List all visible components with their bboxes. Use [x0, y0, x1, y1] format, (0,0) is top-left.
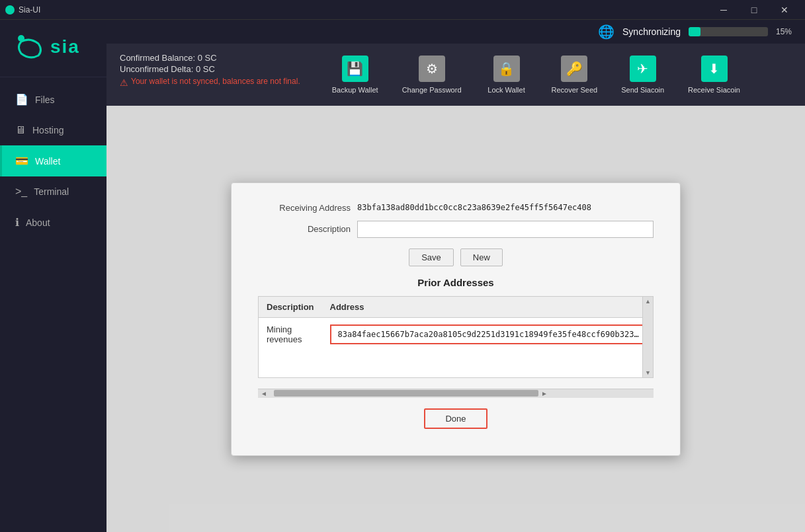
wallet-header: Confirmed Balance: 0 SC Unconfirmed Delt…: [106, 44, 805, 106]
warning-icon: ⚠: [120, 77, 128, 88]
lock-wallet-label: Lock Wallet: [487, 86, 525, 94]
description-input[interactable]: [357, 221, 654, 238]
new-button[interactable]: New: [460, 248, 503, 266]
sync-label: Synchronizing: [622, 26, 681, 37]
table-header-row: Description Address: [259, 297, 654, 318]
empty-row: [259, 351, 654, 377]
send-icon: ✈: [630, 56, 656, 82]
sync-progress-fill: [689, 27, 700, 36]
app-body: sia 📄 Files 🖥 Hosting 💳 Wallet >_ Termin…: [0, 20, 805, 532]
wallet-warning-text: Your wallet is not synced, balances are …: [131, 77, 300, 86]
sidebar-item-hosting[interactable]: 🖥 Hosting: [0, 115, 106, 145]
wallet-warning: ⚠ Your wallet is not synced, balances ar…: [120, 77, 300, 88]
app-icon: [5, 5, 15, 15]
backup-wallet-button[interactable]: 💾 Backup Wallet: [327, 50, 384, 99]
prior-addresses-heading: Prior Addresses: [258, 277, 654, 288]
modal-overlay: Receiving Address 83bfa138ad80dd1bcc0cc8…: [106, 106, 805, 532]
wallet-info: Confirmed Balance: 0 SC Unconfirmed Delt…: [106, 44, 314, 106]
horizontal-scrollbar[interactable]: ◄ ►: [258, 389, 654, 398]
address-value: 83a84faec15667b7aca20a8105c9d2251d3191c1…: [330, 324, 648, 344]
logo-text: sia: [50, 36, 80, 57]
maximize-button[interactable]: □: [739, 0, 769, 20]
sidebar-nav: 📄 Files 🖥 Hosting 💳 Wallet >_ Terminal ℹ…: [0, 77, 106, 532]
globe-icon: 🌐: [598, 24, 614, 40]
sidebar-item-files-label: Files: [35, 95, 55, 105]
sidebar: sia 📄 Files 🖥 Hosting 💳 Wallet >_ Termin…: [0, 20, 106, 532]
unconfirmed-delta: Unconfirmed Delta: 0 SC: [120, 64, 300, 74]
receiving-address-label: Receiving Address: [258, 203, 351, 213]
row-description: Mining revenues: [259, 317, 322, 351]
recover-seed-label: Recover Seed: [552, 86, 598, 94]
sync-bar: 🌐 Synchronizing 15%: [106, 20, 805, 44]
sia-logo: [13, 30, 46, 63]
table-scrollbar-right[interactable]: ▲ ▼: [642, 297, 653, 377]
hosting-icon: 🖥: [15, 124, 26, 136]
sync-percent: 15%: [776, 27, 792, 36]
save-new-row: Save New: [258, 248, 654, 266]
lock-wallet-button[interactable]: 🔒 Lock Wallet: [480, 50, 533, 99]
scroll-left-arrow[interactable]: ◄: [261, 390, 267, 397]
receiving-address-modal: Receiving Address 83bfa138ad80dd1bcc0cc8…: [231, 182, 681, 456]
scroll-down-arrow[interactable]: ▼: [645, 369, 651, 376]
sidebar-item-wallet[interactable]: 💳 Wallet: [0, 145, 106, 176]
main-area: 🌐 Synchronizing 15% Confirmed Balance: 0…: [106, 20, 805, 532]
change-password-button[interactable]: ⚙ Change Password: [397, 50, 467, 99]
sidebar-item-wallet-label: Wallet: [35, 156, 60, 167]
send-siacoin-button[interactable]: ✈ Send Siacoin: [616, 50, 669, 99]
key-icon: 🔑: [561, 56, 587, 82]
sidebar-item-terminal-label: Terminal: [34, 186, 69, 197]
done-button[interactable]: Done: [424, 408, 487, 429]
backup-icon: 💾: [342, 56, 368, 82]
gear-icon: ⚙: [419, 56, 445, 82]
about-icon: ℹ: [15, 216, 19, 229]
sidebar-item-files[interactable]: 📄 Files: [0, 84, 106, 115]
backup-wallet-label: Backup Wallet: [332, 86, 378, 94]
scroll-right-arrow[interactable]: ►: [541, 390, 548, 397]
titlebar-controls: ─ □ ✕: [708, 0, 800, 20]
wallet-actions: 💾 Backup Wallet ⚙ Change Password 🔒 Lock…: [314, 44, 805, 106]
change-password-label: Change Password: [402, 86, 462, 94]
row-address-cell: 83a84faec15667b7aca20a8105c9d2251d3191c1…: [322, 317, 654, 351]
send-siacoin-label: Send Siacoin: [621, 86, 664, 94]
prior-addresses-table-container: Description Address Mining revenues: [258, 296, 654, 378]
receive-icon: ⬇: [701, 56, 728, 82]
titlebar-left: Sia-UI: [5, 5, 40, 15]
sidebar-item-hosting-label: Hosting: [32, 125, 64, 135]
sync-progress-bar: [689, 27, 768, 36]
titlebar: Sia-UI ─ □ ✕: [0, 0, 805, 20]
description-label: Description: [258, 224, 351, 234]
description-row: Description: [258, 221, 654, 238]
receive-siacoin-button[interactable]: ⬇ Receive Siacoin: [683, 50, 745, 99]
wallet-icon: 💳: [15, 155, 28, 167]
files-icon: 📄: [15, 93, 28, 106]
logo-area: sia: [0, 20, 106, 77]
receive-siacoin-label: Receive Siacoin: [688, 86, 740, 94]
sidebar-item-about-label: About: [26, 217, 50, 228]
done-row: Done: [258, 408, 654, 429]
scrollbar-thumb[interactable]: [274, 390, 538, 397]
lock-icon: 🔒: [493, 56, 520, 82]
prior-addresses-table: Description Address Mining revenues: [259, 297, 654, 377]
description-column-header: Description: [259, 297, 322, 318]
scroll-up-arrow[interactable]: ▲: [645, 298, 651, 305]
save-button[interactable]: Save: [409, 248, 454, 266]
recover-seed-button[interactable]: 🔑 Recover Seed: [546, 50, 603, 99]
receiving-address-row: Receiving Address 83bfa138ad80dd1bcc0cc8…: [258, 203, 654, 213]
address-column-header: Address: [322, 297, 654, 318]
close-button[interactable]: ✕: [769, 0, 800, 20]
confirmed-balance: Confirmed Balance: 0 SC: [120, 53, 300, 63]
content-area: Receiving Address 83bfa138ad80dd1bcc0cc8…: [106, 106, 805, 532]
app-title: Sia-UI: [19, 5, 40, 15]
receiving-address-value: 83bfa138ad80dd1bcc0cc8c23a8639e2fe45ff5f…: [357, 203, 654, 212]
minimize-button[interactable]: ─: [708, 0, 739, 20]
table-row: Mining revenues 83a84faec15667b7aca20a81…: [259, 317, 654, 351]
sidebar-item-terminal[interactable]: >_ Terminal: [0, 176, 106, 207]
terminal-icon: >_: [15, 186, 27, 198]
sidebar-item-about[interactable]: ℹ About: [0, 207, 106, 238]
